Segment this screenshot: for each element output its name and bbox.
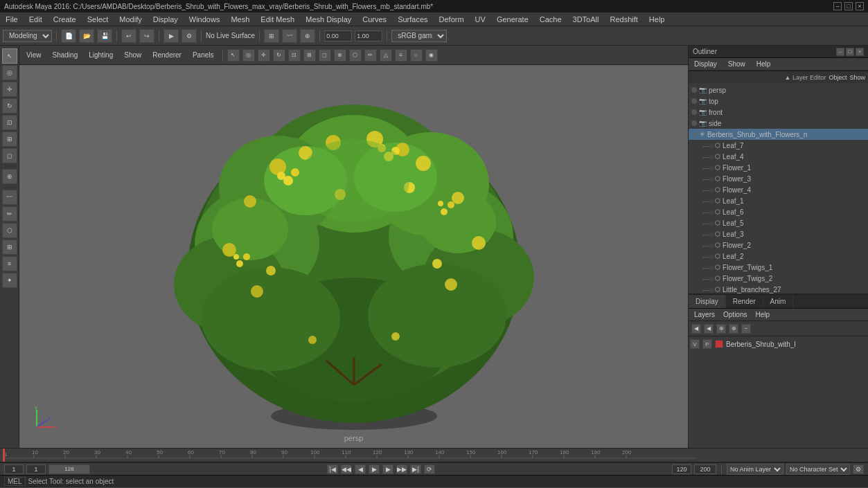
- current-frame-display[interactable]: [26, 464, 46, 474]
- object-label[interactable]: Object: [829, 74, 847, 81]
- mode-dropdown[interactable]: Modeling: [3, 30, 52, 42]
- vp-tool-9[interactable]: ⬡: [349, 49, 362, 62]
- menu-select[interactable]: Select: [85, 15, 112, 24]
- snap-curve-btn[interactable]: 〰: [282, 29, 297, 43]
- layer-nav-back[interactable]: ◀: [691, 324, 701, 334]
- outliner-item-flower-twigs2[interactable]: —○ ⬡ Flower_Twigs_2: [689, 273, 868, 284]
- outliner-item-leaf1[interactable]: —○ ⬡ Leaf_1: [689, 195, 868, 206]
- menu-windows[interactable]: Windows: [186, 15, 223, 24]
- layer-nav-forward[interactable]: ◀: [704, 324, 714, 334]
- menu-file[interactable]: File: [3, 15, 21, 24]
- outliner-window-buttons[interactable]: – □ ×: [836, 48, 864, 56]
- menu-mesh-display[interactable]: Mesh Display: [303, 15, 354, 24]
- layer-tab-anim[interactable]: Anim: [763, 295, 794, 308]
- anim-settings-btn[interactable]: ⚙: [853, 464, 864, 474]
- title-bar-buttons[interactable]: – □ ×: [833, 2, 864, 10]
- vp-tool-7[interactable]: ◻: [319, 49, 331, 62]
- menu-mesh[interactable]: Mesh: [228, 15, 252, 24]
- minimize-button[interactable]: –: [833, 2, 842, 10]
- menu-curves[interactable]: Curves: [360, 15, 389, 24]
- outliner-item-leaf3[interactable]: —○ ⬡ Leaf_3: [689, 228, 868, 240]
- grid-btn[interactable]: ⊞: [2, 240, 17, 255]
- step-back-btn[interactable]: ◀◀: [341, 464, 352, 474]
- help-menu[interactable]: Help: [752, 311, 772, 318]
- sculpt-tool[interactable]: ⬡: [2, 223, 17, 238]
- layer-new2[interactable]: ⊕: [729, 324, 738, 334]
- vp-tool-6[interactable]: ⊞: [303, 49, 316, 62]
- frame-range-bar[interactable]: 128: [48, 464, 90, 474]
- vtab-panels[interactable]: Panels: [188, 50, 218, 60]
- layers-menu[interactable]: Layers: [691, 311, 718, 318]
- outliner-menu-display[interactable]: Display: [691, 60, 720, 68]
- ipr-btn[interactable]: ⚙: [181, 29, 197, 43]
- menu-display[interactable]: Display: [150, 15, 181, 24]
- outliner-item-flower-twigs1[interactable]: —○ ⬡ Flower_Twigs_1: [689, 262, 868, 273]
- outliner-item-front[interactable]: 📷 front: [689, 107, 868, 118]
- menu-help[interactable]: Help: [646, 15, 668, 24]
- layer-new[interactable]: ⊕: [716, 324, 726, 334]
- menu-3dtoall[interactable]: 3DToAll: [570, 15, 602, 24]
- snap-grid-btn[interactable]: ⊞: [264, 29, 279, 43]
- field-value2[interactable]: [355, 30, 382, 42]
- show-label[interactable]: Show: [849, 74, 865, 81]
- char-set-dropdown[interactable]: No Character Set: [786, 464, 850, 475]
- save-btn[interactable]: 💾: [97, 29, 112, 43]
- vtab-view[interactable]: View: [22, 50, 46, 60]
- vp-tool-11[interactable]: △: [380, 49, 392, 62]
- redo-btn[interactable]: ↪: [139, 29, 154, 43]
- timeline-ruler[interactable]: 1 10 20 30 40 50 60 70 80 90 1: [0, 449, 868, 462]
- field-value1[interactable]: [324, 30, 352, 42]
- goto-start-btn[interactable]: |◀: [327, 464, 338, 474]
- playback-end-input[interactable]: [694, 464, 716, 474]
- soft-mod-tool[interactable]: ◻: [2, 148, 17, 163]
- outliner-item-persp[interactable]: 📷 persp: [689, 84, 868, 96]
- close-button[interactable]: ×: [856, 2, 864, 10]
- menu-create[interactable]: Create: [51, 15, 79, 24]
- vtab-renderer[interactable]: Renderer: [148, 50, 186, 60]
- vp-tool-8[interactable]: ⊕: [334, 49, 346, 62]
- undo-btn[interactable]: ↩: [121, 29, 136, 43]
- open-btn[interactable]: 📂: [79, 29, 94, 43]
- anim-layer-dropdown[interactable]: No Anim Layer: [727, 464, 783, 475]
- viewport-canvas[interactable]: persp x y z: [19, 65, 688, 448]
- menu-cache[interactable]: Cache: [537, 15, 565, 24]
- step-forward-btn[interactable]: ▶▶: [396, 464, 407, 474]
- outliner-item-berberis-group[interactable]: ▼ ✳ Berberis_Shrub_with_Flowers_n: [689, 129, 868, 140]
- gamma-dropdown[interactable]: sRGB gamma: [391, 30, 447, 42]
- loop-btn[interactable]: ⟳: [424, 464, 435, 474]
- next-frame-btn[interactable]: ▶: [382, 464, 393, 474]
- outliner-close-btn[interactable]: ×: [856, 48, 864, 56]
- outliner-item-leaf6[interactable]: —○ ⬡ Leaf_6: [689, 206, 868, 217]
- vp-tool-4[interactable]: ↻: [273, 49, 285, 62]
- scale-tool[interactable]: ⊡: [2, 115, 17, 130]
- maximize-button[interactable]: □: [844, 2, 853, 10]
- start-frame-input[interactable]: [4, 464, 24, 474]
- options-menu[interactable]: Options: [720, 311, 750, 318]
- vp-tool-10[interactable]: ✏: [364, 49, 377, 62]
- vp-tool-5[interactable]: ⊡: [288, 49, 301, 62]
- outliner-item-side[interactable]: 📷 side: [689, 118, 868, 129]
- menu-surfaces[interactable]: Surfaces: [395, 15, 430, 24]
- visibility-btn[interactable]: V: [690, 339, 700, 349]
- new-btn[interactable]: 📄: [61, 29, 76, 43]
- layer-del[interactable]: −: [741, 324, 751, 334]
- layer-tab-display[interactable]: Display: [689, 295, 726, 308]
- play-btn[interactable]: ▶: [369, 464, 380, 474]
- outliner-content[interactable]: 📷 persp 📷 top 📷 front 📷 side: [689, 83, 868, 293]
- select-tool[interactable]: ↖: [2, 48, 17, 64]
- outliner-item-leaf7[interactable]: —○ ⬡ Leaf_7: [689, 140, 868, 151]
- goto-end-btn[interactable]: ▶|: [410, 464, 421, 474]
- vp-tool-3[interactable]: ✛: [258, 49, 270, 62]
- curve-tool[interactable]: 〰: [2, 190, 17, 205]
- outliner-item-leaf2[interactable]: —○ ⬡ Leaf_2: [689, 251, 868, 262]
- outliner-item-flower4[interactable]: —○ ⬡ Flower_4: [689, 184, 868, 195]
- outliner-item-little-branches[interactable]: —○ ⬡ Little_branches_27: [689, 284, 868, 293]
- menu-edit[interactable]: Edit: [26, 15, 45, 24]
- vp-tool-14[interactable]: ◉: [425, 49, 438, 62]
- outliner-menu-help[interactable]: Help: [754, 60, 774, 68]
- show-manip[interactable]: ⊕: [2, 169, 17, 184]
- end-frame-input[interactable]: [672, 464, 691, 474]
- outliner-item-leaf5[interactable]: —○ ⬡ Leaf_5: [689, 217, 868, 228]
- render-btn[interactable]: ▶: [163, 29, 179, 43]
- outliner-item-top[interactable]: 📷 top: [689, 96, 868, 107]
